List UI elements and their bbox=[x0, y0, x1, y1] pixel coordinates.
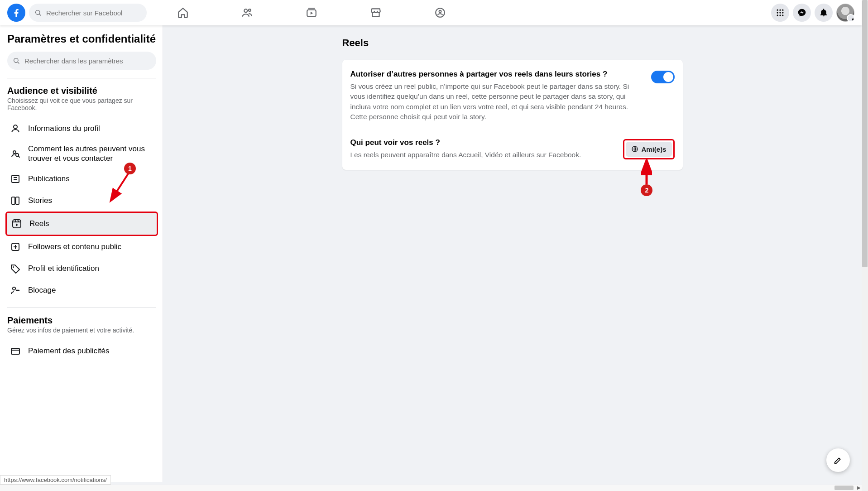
video-icon bbox=[306, 7, 317, 19]
reels-icon bbox=[10, 217, 23, 230]
divider bbox=[7, 308, 156, 308]
friends-icon bbox=[241, 7, 253, 19]
svg-point-2 bbox=[244, 9, 247, 12]
svg-rect-26 bbox=[12, 197, 15, 204]
groups-icon bbox=[434, 7, 446, 19]
setting-description: Si vous créez un reel public, n’importe … bbox=[350, 82, 643, 122]
grid-icon bbox=[776, 8, 785, 17]
scrollbar-thumb[interactable] bbox=[834, 486, 854, 490]
global-search[interactable] bbox=[29, 4, 147, 22]
edit-icon bbox=[833, 455, 843, 465]
sidebar-search[interactable] bbox=[7, 52, 156, 70]
sidebar-item-label: Paiement des publicités bbox=[28, 347, 110, 356]
menu-button[interactable] bbox=[771, 4, 789, 22]
svg-point-11 bbox=[779, 12, 781, 13]
sidebar-item-tagging[interactable]: Profil et identification bbox=[5, 258, 158, 279]
setting-title: Qui peut voir vos reels ? bbox=[350, 138, 615, 147]
sidebar-item-label: Followers et contenu public bbox=[28, 242, 121, 251]
sidebar-item-profile-info[interactable]: Informations du profil bbox=[5, 118, 158, 140]
sidebar-item-followers[interactable]: Followers et contenu public bbox=[5, 236, 158, 258]
sidebar-item-blocking[interactable]: Blocage bbox=[5, 279, 158, 301]
search-icon bbox=[34, 9, 42, 16]
post-icon bbox=[9, 173, 22, 185]
stories-icon bbox=[9, 194, 22, 207]
svg-point-3 bbox=[249, 9, 251, 11]
sidebar-item-publications[interactable]: Publications 1 bbox=[5, 168, 158, 190]
account-avatar[interactable]: ▾ bbox=[836, 4, 854, 22]
sidebar-item-label: Comment les autres peuvent vous trouver … bbox=[28, 144, 154, 164]
sidebar-search-input[interactable] bbox=[24, 57, 151, 65]
sidebar-item-label: Profil et identification bbox=[28, 264, 99, 273]
notifications-button[interactable] bbox=[815, 4, 833, 22]
section-audience-sub: Choisissez qui voit ce que vous partagez… bbox=[7, 97, 156, 111]
sidebar-item-ad-payments[interactable]: Paiement des publicités bbox=[5, 340, 158, 362]
svg-point-36 bbox=[13, 287, 15, 289]
find-icon bbox=[9, 147, 22, 160]
annotation-highlight-2: Ami(e)s bbox=[623, 139, 674, 159]
annotation-badge-2: 2 bbox=[641, 184, 652, 196]
tag-icon bbox=[9, 262, 22, 275]
sidebar-item-label: Publications bbox=[28, 174, 70, 183]
messenger-icon bbox=[797, 8, 806, 17]
sidebar-item-stories[interactable]: Stories bbox=[5, 190, 158, 212]
bell-icon bbox=[819, 8, 828, 17]
svg-point-15 bbox=[782, 14, 783, 16]
sidebar: Paramètres et confidentialité Audience e… bbox=[0, 25, 163, 482]
sidebar-item-label: Informations du profil bbox=[28, 124, 100, 133]
annotation-arrow-2 bbox=[641, 159, 652, 187]
global-search-input[interactable] bbox=[45, 9, 123, 17]
divider bbox=[7, 78, 156, 78]
page-title: Reels bbox=[342, 37, 683, 49]
sidebar-item-reels[interactable]: Reels bbox=[5, 212, 158, 236]
svg-point-8 bbox=[779, 10, 781, 11]
sidebar-item-label: Blocage bbox=[28, 286, 56, 295]
top-bar: ▾ bbox=[0, 0, 862, 25]
scrollbar-thumb[interactable] bbox=[862, 0, 868, 267]
svg-point-13 bbox=[777, 14, 778, 16]
setting-audience: Qui peut voir vos reels ? Les reels peuv… bbox=[350, 134, 675, 164]
horizontal-scrollbar[interactable]: ▶ bbox=[0, 485, 862, 491]
nav-friends[interactable] bbox=[236, 2, 258, 24]
svg-line-1 bbox=[39, 14, 41, 15]
annotation-arrow-1 bbox=[108, 170, 133, 205]
sidebar-item-label: Stories bbox=[28, 196, 52, 205]
sidebar-item-label: Reels bbox=[29, 219, 49, 228]
globe-icon bbox=[631, 145, 638, 153]
setting-title: Autoriser d’autres personnes à partager … bbox=[350, 70, 643, 79]
svg-point-12 bbox=[782, 12, 783, 13]
sidebar-nav: Informations du profil Comment les autre… bbox=[5, 118, 158, 301]
nav-marketplace[interactable] bbox=[365, 2, 387, 24]
svg-point-10 bbox=[777, 12, 778, 13]
svg-rect-38 bbox=[11, 348, 19, 354]
svg-line-21 bbox=[19, 156, 20, 158]
profile-icon bbox=[9, 122, 22, 135]
svg-point-9 bbox=[782, 10, 783, 11]
allow-share-toggle[interactable] bbox=[651, 71, 675, 83]
sidebar-title: Paramètres et confidentialité bbox=[7, 33, 156, 45]
main-content: Reels Autoriser d’autres personnes à par… bbox=[163, 25, 862, 482]
settings-card: Autoriser d’autres personnes à partager … bbox=[342, 60, 683, 170]
block-icon bbox=[9, 284, 22, 297]
annotation-badge-1: 1 bbox=[124, 163, 136, 174]
audience-selector-button[interactable]: Ami(e)s bbox=[626, 142, 671, 157]
nav-groups[interactable] bbox=[429, 2, 451, 24]
sidebar-item-find-contact[interactable]: Comment les autres peuvent vous trouver … bbox=[5, 140, 158, 168]
marketplace-icon bbox=[370, 7, 382, 19]
setting-allow-share: Autoriser d’autres personnes à partager … bbox=[350, 66, 675, 126]
svg-point-6 bbox=[439, 10, 441, 13]
search-icon bbox=[13, 57, 20, 64]
svg-point-19 bbox=[13, 151, 16, 154]
section-payments-sub: Gérez vos infos de paiement et votre act… bbox=[7, 327, 156, 334]
messenger-button[interactable] bbox=[793, 4, 811, 22]
facebook-f-icon bbox=[11, 7, 22, 18]
compose-fab[interactable] bbox=[826, 448, 850, 472]
home-icon bbox=[177, 7, 189, 19]
nav-home[interactable] bbox=[172, 2, 194, 24]
facebook-logo[interactable] bbox=[7, 4, 25, 22]
right-cluster: ▾ bbox=[771, 4, 854, 22]
vertical-scrollbar[interactable] bbox=[862, 0, 868, 491]
center-nav bbox=[172, 2, 771, 24]
svg-rect-28 bbox=[13, 220, 21, 228]
setting-description: Les reels peuvent apparaître dans Accuei… bbox=[350, 150, 615, 160]
nav-video[interactable] bbox=[301, 2, 322, 24]
